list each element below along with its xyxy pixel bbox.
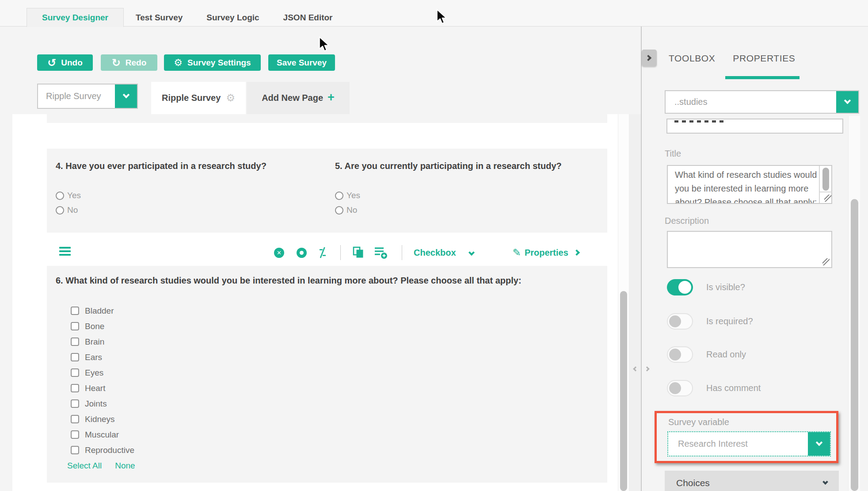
is-visible-toggle[interactable] [667,279,693,295]
add-to-toolbox-icon[interactable] [374,246,388,259]
title-textarea[interactable]: What kind of research studies would you … [667,165,832,204]
checkbox-icon[interactable] [71,384,79,392]
radio-icon[interactable] [335,192,343,200]
survey-canvas: 4. Have you ever participated in a resea… [12,114,618,491]
checkbox-icon[interactable] [71,338,79,346]
choices-section-header[interactable]: Choices [665,471,839,491]
tab-survey-designer[interactable]: Survey Designer [27,8,124,27]
radio-option-no[interactable]: No [56,204,325,216]
survey-variable-label: Survey variable [668,417,729,427]
add-new-page-tab[interactable]: Add New Page + [247,82,350,114]
visible-if-strike-icon[interactable] [318,246,327,259]
title-textarea-value: What kind of research studies would you … [668,166,819,203]
radio-icon[interactable] [56,206,64,215]
save-survey-label: Save Survey [277,58,327,68]
survey-variable-chevron-button[interactable] [808,432,830,456]
canvas-scrollbar-thumb[interactable] [620,291,627,491]
tab-test-survey[interactable]: Test Survey [124,8,194,27]
canvas-scrollbar[interactable] [618,114,629,491]
page-tab-ripple-survey[interactable]: Ripple Survey ⚙ [151,82,246,114]
page-select-chevron-button[interactable] [115,84,137,108]
has-comment-toggle[interactable] [667,380,693,396]
checkbox-icon[interactable] [71,322,79,330]
question-row-4-5[interactable]: 4. Have you ever participated in a resea… [47,149,607,233]
choice-row[interactable]: Reproductive [71,442,134,458]
chevron-right-icon [645,55,651,61]
question-5[interactable]: 5. Are you currently participating in a … [335,161,605,216]
panel-collapse-handle[interactable] [642,50,657,66]
choice-row[interactable]: Joints [71,396,134,411]
pencil-edit-icon[interactable]: ✎ [513,247,521,259]
radio-icon[interactable] [335,206,343,215]
radio-option-yes[interactable]: Yes [335,190,605,201]
redo-icon: ↻ [112,58,121,68]
drag-handle-icon[interactable] [59,247,71,256]
copy-question-icon[interactable] [353,246,364,259]
checkbox-icon[interactable] [71,415,79,423]
resize-grip-icon[interactable] [824,195,831,202]
textarea-scrollbar[interactable] [819,166,831,203]
question-6-block[interactable]: 6. What kind of research studies would y… [47,266,607,483]
textarea-scrollbar-thumb[interactable] [822,168,829,191]
description-textarea-value [668,232,831,267]
select-all-link[interactable]: Select All [67,461,102,471]
survey-variable-dropdown[interactable]: Research Interest [667,431,831,456]
tab-toolbox[interactable]: TOOLBOX [669,53,715,64]
checkbox-icon[interactable] [71,353,79,361]
title-field-label: Title [665,149,681,159]
choice-row[interactable]: Ears [71,349,134,365]
page-select-dropdown[interactable]: Ripple Survey [37,84,138,109]
resize-grip-icon[interactable] [822,258,830,265]
choice-label: Joints [85,399,107,409]
choice-row[interactable]: Eyes [71,365,134,380]
checkbox-icon[interactable] [71,430,79,439]
save-survey-button[interactable]: Save Survey [268,54,335,71]
read-only-toggle[interactable] [667,346,693,363]
properties-link[interactable]: Properties [525,248,568,258]
checkbox-icon[interactable] [71,399,79,408]
checkbox-choice-list: Bladder Bone Brain Ears Eyes Heart Joint… [71,303,134,458]
undo-button[interactable]: ↺ Undo [37,54,93,71]
tab-json-editor[interactable]: JSON Editor [271,8,345,27]
radio-option-no[interactable]: No [335,204,605,216]
description-textarea[interactable] [667,231,832,268]
radio-icon[interactable] [56,192,64,200]
redo-button[interactable]: ↻ Redo [101,54,157,71]
radio-option-yes[interactable]: Yes [56,190,325,201]
choice-row[interactable]: Brain [71,334,134,349]
choice-label: Bone [85,322,104,331]
choice-label: Eyes [85,368,103,378]
eye-visibility-icon[interactable] [297,248,307,258]
tab-properties[interactable]: PROPERTIES [733,53,795,64]
choice-row[interactable]: Bone [71,318,134,334]
chevron-down-icon [122,92,129,99]
choice-row[interactable]: Bladder [71,303,134,318]
checkbox-icon[interactable] [71,307,79,315]
description-field-label: Description [665,216,709,226]
page-settings-gear-icon[interactable]: ⚙ [226,92,235,104]
choice-row[interactable]: Heart [71,380,134,396]
delete-question-icon[interactable]: ✕ [274,248,284,258]
chevron-down-icon [815,439,822,446]
chevron-down-icon[interactable] [468,249,475,256]
choice-row[interactable]: Muscular [71,427,134,442]
panel-splitter[interactable] [634,367,649,371]
choice-row[interactable]: Kidneys [71,411,134,427]
checkbox-icon[interactable] [71,446,79,454]
checkbox-icon[interactable] [71,368,79,377]
page-tab-label: Ripple Survey [162,93,221,103]
question-adorner-toolbar: ✕ Checkbox ✎ Properties [47,244,607,261]
panel-scrollbar-thumb[interactable] [851,199,858,491]
panel-scrollbar[interactable] [848,116,860,491]
none-link[interactable]: None [115,461,135,471]
redo-label: Redo [126,58,147,68]
is-required-toggle[interactable] [667,313,693,330]
clipped-input-field[interactable] [666,119,843,134]
has-comment-label: Has comment [706,383,761,393]
tab-survey-logic[interactable]: Survey Logic [194,8,271,27]
question-4[interactable]: 4. Have you ever participated in a resea… [56,161,325,216]
question-select-chevron-button[interactable] [836,91,858,113]
chevron-right-icon[interactable] [574,249,580,256]
survey-settings-button[interactable]: ⚙ Survey Settings [164,54,261,71]
question-select-dropdown[interactable]: ..studies [665,90,859,114]
